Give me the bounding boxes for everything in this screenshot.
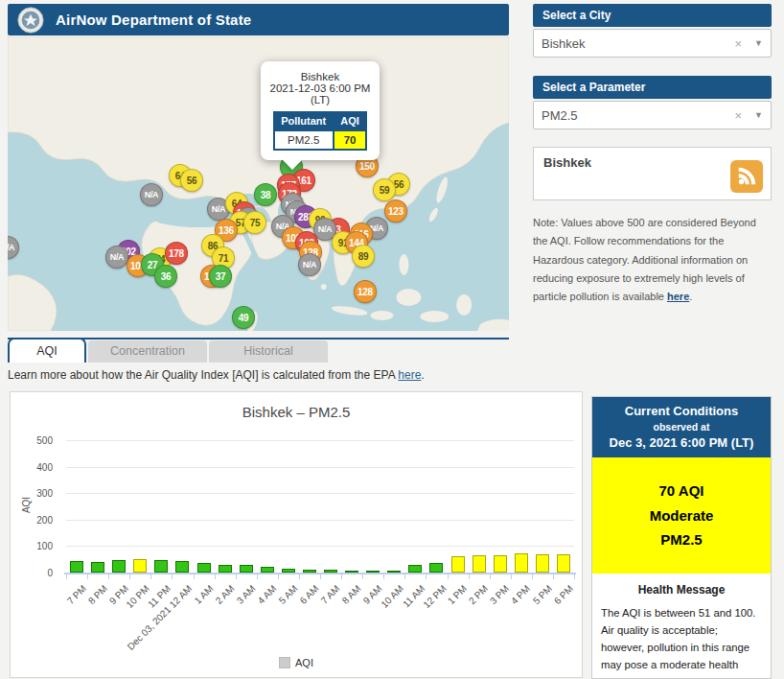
x-tick <box>108 574 109 579</box>
map-marker[interactable]: 59 <box>373 178 396 201</box>
bar-8-am[interactable] <box>345 571 358 573</box>
gridline <box>66 520 574 521</box>
map-marker[interactable]: 128 <box>354 280 377 303</box>
x-tick-label: 2 PM <box>467 583 490 606</box>
bar-2-am[interactable] <box>219 565 232 573</box>
map-marker[interactable]: 89 <box>352 245 375 268</box>
bar-7-pm[interactable] <box>70 561 83 573</box>
y-tick-label: 400 <box>11 462 53 473</box>
x-tick <box>87 574 88 579</box>
map-marker[interactable]: 38 <box>254 183 277 206</box>
bar-dec-03-2021-12-am[interactable] <box>175 561 189 573</box>
health-message-text: The AQI is between 51 and 100. Air quali… <box>601 604 762 679</box>
tab-bar: AQI Concentration Historical <box>8 338 509 361</box>
popup-datetime: 2021-12-03 6:00 PM <box>268 82 372 94</box>
bar-6-am[interactable] <box>303 570 316 573</box>
popup-city: Bishkek <box>268 71 372 82</box>
x-tick-label: 3 AM <box>235 583 258 606</box>
bar-1-pm[interactable] <box>451 556 465 573</box>
current-aqi-box: 70 AQI Moderate PM2.5 <box>592 457 771 574</box>
observed-at-label: observed at <box>596 421 767 433</box>
bar-8-pm[interactable] <box>91 562 104 573</box>
map-marker-na[interactable]: N/A <box>298 253 321 276</box>
bar-9-am[interactable] <box>366 571 380 573</box>
tab-concentration[interactable]: Concentration <box>88 340 207 363</box>
bar-4-pm[interactable] <box>515 553 528 573</box>
note-text: Note: Values above 500 are considered Be… <box>533 217 756 302</box>
map-marker-na[interactable]: N/A <box>140 183 163 206</box>
rss-feed-box: Bishkek <box>533 147 772 200</box>
tab-aqi[interactable]: AQI <box>8 338 86 363</box>
popup-pollutant-value: PM2.5 <box>274 130 334 150</box>
city-caret-icon[interactable]: ▼ <box>749 38 763 48</box>
bar-10-pm[interactable] <box>133 559 147 573</box>
x-tick <box>236 574 237 579</box>
x-tick-label: 7 PM <box>65 583 88 606</box>
legend-label: AQI <box>295 657 313 668</box>
bar-12-pm[interactable] <box>429 563 443 573</box>
learn-more-text: Learn more about how the Air Quality Ind… <box>8 368 425 382</box>
popup-table: Pollutant AQI PM2.5 70 <box>273 111 368 151</box>
map-marker[interactable]: 123 <box>384 199 407 222</box>
bar-5-pm[interactable] <box>536 554 549 573</box>
map-marker[interactable]: 75 <box>243 211 266 234</box>
parameter-clear-icon[interactable]: × <box>727 108 749 123</box>
note-here-link[interactable]: here <box>667 291 689 302</box>
y-tick-label: 200 <box>11 515 53 526</box>
popup-aqi-value: 70 <box>334 130 367 150</box>
rss-button[interactable] <box>730 160 763 193</box>
chart-legend[interactable]: AQI <box>11 657 582 668</box>
page-title: AirNow Department of State <box>56 12 251 28</box>
world-map[interactable]: 6456N/AN/A64167N/A5775381611771721505659… <box>8 36 509 331</box>
map-marker[interactable]: 178 <box>165 242 188 265</box>
x-tick <box>215 574 216 579</box>
bar-3-pm[interactable] <box>494 555 507 573</box>
map-marker[interactable]: 56 <box>180 169 203 192</box>
y-axis-label: AQI <box>21 497 32 513</box>
bar-11-pm[interactable] <box>154 560 168 573</box>
bar-7-am[interactable] <box>324 570 337 573</box>
gridline <box>66 467 574 468</box>
x-tick-label: 5 PM <box>530 583 553 606</box>
parameter-select[interactable]: PM2.5 × ▼ <box>533 101 772 129</box>
x-tick-label: 8 AM <box>340 583 363 606</box>
legend-swatch <box>279 657 290 668</box>
bar-6-pm[interactable] <box>557 554 570 573</box>
parameter-select-value: PM2.5 <box>542 108 727 123</box>
learn-more-prefix: Learn more about how the Air Quality Ind… <box>8 368 398 382</box>
map-marker[interactable]: 37 <box>209 265 232 288</box>
popup-timezone: (LT) <box>268 94 372 105</box>
bar-4-am[interactable] <box>261 567 274 573</box>
parameter-caret-icon[interactable]: ▼ <box>749 110 763 120</box>
bar-10-am[interactable] <box>387 571 401 573</box>
x-tick <box>532 574 533 579</box>
x-tick <box>341 574 342 579</box>
x-tick-label: 4 PM <box>509 583 532 606</box>
x-tick <box>553 574 554 579</box>
bar-1-am[interactable] <box>197 563 211 573</box>
bar-9-pm[interactable] <box>112 560 126 573</box>
map-marker[interactable]: 49 <box>232 306 255 329</box>
select-parameter-header: Select a Parameter <box>533 76 772 99</box>
gridline <box>66 493 574 494</box>
bar-11-am[interactable] <box>408 565 422 573</box>
popup-col-pollutant: Pollutant <box>274 112 334 131</box>
observed-datetime: Dec 3, 2021 6:00 PM (LT) <box>596 435 767 450</box>
x-tick <box>172 574 173 579</box>
epa-here-link[interactable]: here <box>398 368 421 382</box>
tab-historical[interactable]: Historical <box>209 340 328 363</box>
city-clear-icon[interactable]: × <box>727 36 749 51</box>
x-tick-label: 5 AM <box>277 583 300 606</box>
x-tick <box>278 574 279 579</box>
bar-2-pm[interactable] <box>473 555 486 573</box>
bar-3-am[interactable] <box>240 565 253 573</box>
map-marker[interactable]: 36 <box>154 265 177 288</box>
x-tick-label: 1 AM <box>192 583 215 606</box>
note-period: . <box>689 291 692 302</box>
bar-5-am[interactable] <box>282 569 295 573</box>
city-select[interactable]: Bishkek × ▼ <box>533 29 772 58</box>
map-marker-na[interactable]: N/A <box>105 246 128 269</box>
current-conditions-title: Current Conditions <box>596 404 767 418</box>
y-tick-label: 100 <box>11 541 53 551</box>
x-tick <box>66 574 67 579</box>
